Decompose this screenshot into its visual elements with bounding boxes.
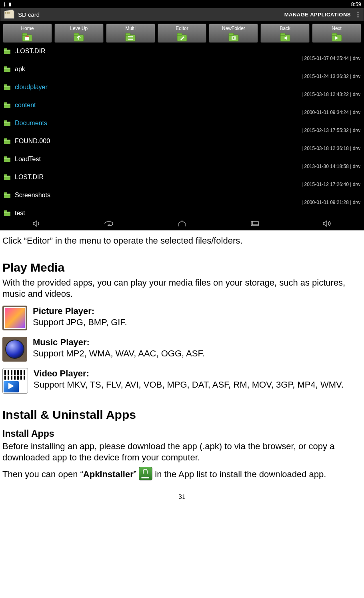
toolbar-levelup-button[interactable]: LevelUp xyxy=(54,24,104,43)
file-meta: | 2015-02-13 17:55:32 | drw xyxy=(0,127,364,135)
svg-rect-27 xyxy=(4,48,7,50)
file-name: apk xyxy=(15,66,25,73)
svg-rect-54 xyxy=(4,210,7,212)
svg-rect-37 xyxy=(4,104,10,105)
file-meta: | 2015-01-24 13:36:32 | drw xyxy=(0,73,364,81)
svg-rect-16 xyxy=(128,39,133,40)
sd-card-icon xyxy=(4,10,15,19)
svg-rect-45 xyxy=(4,156,7,158)
volume-down-icon[interactable] xyxy=(21,220,53,228)
svg-rect-39 xyxy=(4,120,7,122)
svg-rect-31 xyxy=(4,68,10,69)
toolbar-btn-label: NewFolder xyxy=(222,26,245,31)
toolbar: HomeLevelUpMultiEditorNewFolderBackNext xyxy=(0,21,364,45)
file-meta: | 2015-03-18 12:43:22 | drw xyxy=(0,91,364,99)
file-name: Screenshots xyxy=(15,192,50,199)
heading-install-apps: Install Apps xyxy=(2,428,362,440)
folder-icon xyxy=(4,48,11,54)
folder-icon xyxy=(4,138,11,144)
svg-rect-0 xyxy=(9,3,11,6)
toolbar-btn-label: Next xyxy=(332,26,342,31)
recent-apps-icon[interactable] xyxy=(239,220,271,228)
toolbar-btn-label: Back xyxy=(280,26,290,31)
toolbar-multi-button[interactable]: Multi xyxy=(106,24,155,43)
title-label: SD card xyxy=(18,11,40,18)
manage-apps-button[interactable]: MANAGE APPLICATIONS xyxy=(284,12,351,18)
picture-player-row: Picture Player: Support JPG, BMP, GIF. xyxy=(2,306,362,330)
folder-icon xyxy=(4,120,11,126)
file-row[interactable]: cloudplayer xyxy=(0,81,364,91)
svg-marker-2 xyxy=(4,10,14,18)
file-meta: | 2013-01-30 14:18:58 | drw xyxy=(0,163,364,171)
svg-rect-20 xyxy=(229,33,234,36)
back-icon xyxy=(280,33,291,42)
overflow-menu-icon[interactable]: ⋮ xyxy=(355,11,360,18)
volume-up-icon[interactable] xyxy=(311,220,343,228)
toolbar-next-button[interactable]: Next xyxy=(312,24,361,43)
file-name: .LOST.DIR xyxy=(15,48,45,55)
file-row[interactable]: Screenshots xyxy=(0,189,364,199)
svg-rect-23 xyxy=(280,33,285,36)
file-meta: | 2000-01-01 09:21:28 | drw xyxy=(0,199,364,207)
svg-rect-55 xyxy=(4,212,10,213)
back-icon[interactable] xyxy=(93,220,125,228)
svg-rect-48 xyxy=(4,174,7,176)
toolbar-editor-button[interactable]: Editor xyxy=(158,24,207,43)
picture-player-icon xyxy=(2,306,27,330)
svg-rect-49 xyxy=(4,176,10,177)
page-number: 31 xyxy=(2,492,362,501)
file-row[interactable]: FOUND.000 xyxy=(0,135,364,145)
file-row[interactable]: apk xyxy=(0,63,364,73)
paragraph: Before installing an app, please downloa… xyxy=(2,441,362,463)
svg-rect-4 xyxy=(7,12,8,14)
android-screenshot: 8:59 SD card MANAGE APPLICATIONS ⋮ HomeL… xyxy=(0,0,364,230)
file-meta: | 2015-01-07 04:25:44 | drw xyxy=(0,55,364,63)
svg-rect-1 xyxy=(10,2,10,3)
file-meta: | 2015-03-18 12:36:18 | drw xyxy=(0,145,364,153)
file-name: test xyxy=(15,210,25,217)
file-row[interactable]: test xyxy=(0,207,364,217)
video-player-title: Video Player: xyxy=(34,368,89,378)
status-time: 8:59 xyxy=(351,1,361,7)
document-body: Click “Editor” in the menu to operate th… xyxy=(0,230,364,501)
svg-rect-34 xyxy=(4,86,10,87)
apk-installer-icon xyxy=(139,467,152,480)
status-bar: 8:59 xyxy=(0,0,364,8)
file-name: cloudplayer xyxy=(15,84,48,91)
folder-icon xyxy=(4,156,11,162)
svg-rect-52 xyxy=(4,194,10,195)
svg-rect-28 xyxy=(4,50,10,51)
svg-rect-11 xyxy=(74,33,79,36)
file-meta: | 2015-01-12 17:26:40 | drw xyxy=(0,181,364,189)
file-row[interactable]: LoadTest xyxy=(0,153,364,163)
toolbar-newfolder-button[interactable]: NewFolder xyxy=(209,24,258,43)
levelup-icon xyxy=(73,33,84,42)
file-name: Documents xyxy=(15,120,47,127)
picture-player-title: Picture Player: xyxy=(33,306,94,316)
toolbar-btn-label: LevelUp xyxy=(70,26,88,31)
svg-rect-7 xyxy=(22,33,27,36)
file-row[interactable]: content xyxy=(0,99,364,109)
title-bar: SD card MANAGE APPLICATIONS ⋮ xyxy=(0,8,364,21)
video-player-icon xyxy=(2,368,28,394)
toolbar-btn-label: Multi xyxy=(125,26,135,31)
file-row[interactable]: .LOST.DIR xyxy=(0,45,364,55)
editor-icon xyxy=(176,33,188,42)
file-row[interactable]: Documents xyxy=(0,117,364,127)
toolbar-back-button[interactable]: Back xyxy=(260,24,310,43)
home-icon[interactable] xyxy=(166,220,198,228)
home-icon xyxy=(22,33,33,42)
battery-icon xyxy=(8,2,12,7)
svg-rect-36 xyxy=(4,102,7,104)
svg-rect-14 xyxy=(128,36,133,37)
folder-icon xyxy=(4,174,11,180)
svg-rect-30 xyxy=(4,66,7,68)
file-row[interactable]: LOST.DIR xyxy=(0,171,364,181)
paragraph: With the provided apps, you can play you… xyxy=(2,277,362,299)
file-name: content xyxy=(15,102,36,109)
file-name: FOUND.000 xyxy=(15,138,50,145)
svg-rect-43 xyxy=(4,140,10,141)
svg-rect-5 xyxy=(8,12,10,14)
svg-rect-3 xyxy=(5,12,6,14)
toolbar-home-button[interactable]: Home xyxy=(3,24,52,43)
